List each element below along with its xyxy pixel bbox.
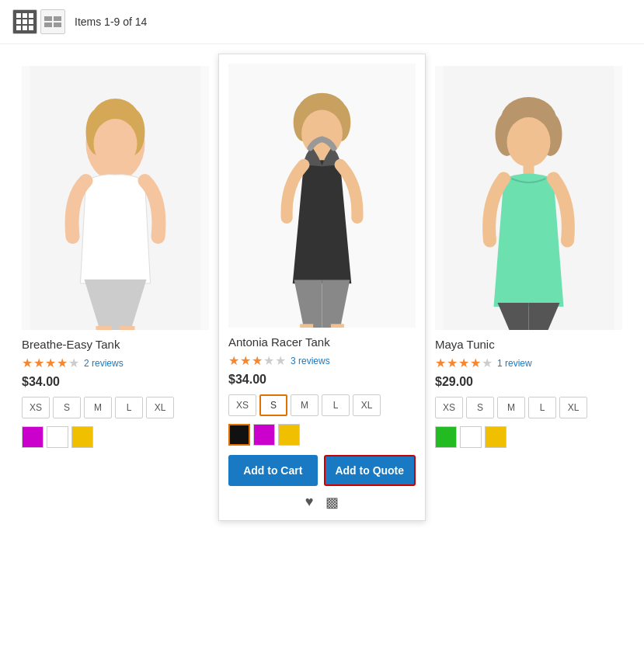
color-swatch-2-yellow[interactable] <box>278 424 300 446</box>
size-s-1[interactable]: S <box>53 397 81 418</box>
color-swatch-3-green[interactable] <box>435 426 457 448</box>
product-price-3: $29.00 <box>435 375 622 389</box>
product-price-1: $34.00 <box>22 375 209 389</box>
color-swatch-1-white[interactable] <box>47 426 68 448</box>
size-xs-1[interactable]: XS <box>22 397 50 418</box>
size-m-2[interactable]: M <box>291 394 319 416</box>
add-to-cart-button[interactable]: Add to Cart <box>228 455 318 486</box>
products-grid: Breathe-Easy Tank ★ ★ ★ ★ ★ 2 reviews $3… <box>0 44 644 533</box>
product-name-2: Antonia Racer Tank <box>228 335 416 349</box>
product-colors-3 <box>435 426 622 448</box>
size-l-1[interactable]: L <box>115 397 143 418</box>
svg-rect-15 <box>300 324 313 328</box>
product-card-2: Antonia Racer Tank ★ ★ ★ ★ ★ 3 reviews $… <box>218 54 426 521</box>
product-rating-1: ★ ★ ★ ★ ★ <box>22 356 79 370</box>
card-footer-icons-2: ♥ ▩ <box>228 494 416 511</box>
size-s-2[interactable]: S <box>259 394 287 416</box>
product-sizes-2: XS S M L XL <box>228 394 416 416</box>
product-image-1 <box>22 66 209 330</box>
product-name-3: Maya Tunic <box>435 338 622 351</box>
product-image-2 <box>228 64 416 328</box>
product-colors-1 <box>22 426 209 448</box>
size-m-1[interactable]: M <box>84 397 112 418</box>
size-xl-2[interactable]: XL <box>353 394 381 416</box>
color-swatch-3-white[interactable] <box>460 426 482 448</box>
view-icons <box>12 9 65 34</box>
wishlist-icon[interactable]: ♥ <box>305 494 314 511</box>
toolbar: Items 1-9 of 14 <box>0 0 644 44</box>
list-view-button[interactable] <box>40 9 65 34</box>
svg-point-21 <box>507 117 551 167</box>
product-rating-3: ★ ★ ★ ★ ★ <box>435 356 493 370</box>
product-rating-2: ★ ★ ★ ★ ★ <box>228 353 286 368</box>
product-reviews-link-1[interactable]: 2 reviews <box>84 358 124 369</box>
product-colors-2 <box>228 424 416 446</box>
color-swatch-2-black[interactable] <box>228 424 250 446</box>
svg-rect-7 <box>96 326 112 330</box>
items-count: Items 1-9 of 14 <box>75 16 147 28</box>
size-m-3[interactable]: M <box>497 397 525 418</box>
product-card-3: Maya Tunic ★ ★ ★ ★ ★ 1 review $29.00 XS … <box>426 57 632 521</box>
svg-rect-16 <box>331 324 344 328</box>
svg-point-13 <box>301 110 343 157</box>
size-xl-3[interactable]: XL <box>559 397 587 418</box>
product-actions-2: Add to Cart Add to Quote <box>228 455 416 486</box>
color-swatch-2-magenta[interactable] <box>253 424 275 446</box>
size-s-3[interactable]: S <box>466 397 494 418</box>
size-xs-2[interactable]: XS <box>228 394 256 416</box>
color-swatch-1-yellow[interactable] <box>71 426 93 448</box>
product-price-2: $34.00 <box>228 373 416 387</box>
compare-icon[interactable]: ▩ <box>325 494 339 511</box>
color-swatch-3-yellow[interactable] <box>485 426 506 448</box>
product-card-1: Breathe-Easy Tank ★ ★ ★ ★ ★ 2 reviews $3… <box>12 57 218 521</box>
product-name-1: Breathe-Easy Tank <box>22 338 209 351</box>
grid-view-button[interactable] <box>12 9 37 34</box>
add-to-quote-button[interactable]: Add to Quote <box>324 455 416 486</box>
size-l-3[interactable]: L <box>528 397 556 418</box>
product-sizes-1: XS S M L XL <box>22 397 209 418</box>
product-reviews-link-2[interactable]: 3 reviews <box>291 356 330 366</box>
product-image-3 <box>435 66 622 330</box>
size-xs-3[interactable]: XS <box>435 397 463 418</box>
size-l-2[interactable]: L <box>322 394 350 416</box>
size-xl-1[interactable]: XL <box>146 397 174 418</box>
product-sizes-3: XS S M L XL <box>435 397 622 418</box>
svg-rect-8 <box>120 326 135 330</box>
color-swatch-1-magenta[interactable] <box>22 426 44 448</box>
product-reviews-link-3[interactable]: 1 review <box>497 358 532 369</box>
svg-point-5 <box>94 119 138 168</box>
